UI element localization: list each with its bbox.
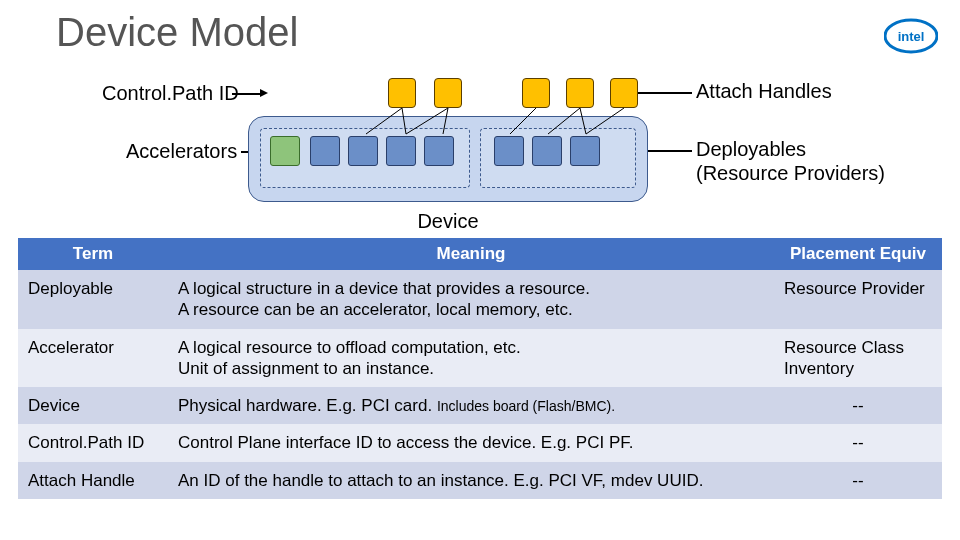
table-row: DeployableA logical structure in a devic… <box>18 270 942 329</box>
svg-line-7 <box>548 108 580 134</box>
device-diagram <box>248 74 648 204</box>
table-row: DevicePhysical hardware. E.g. PCI card. … <box>18 387 942 424</box>
connector-lines <box>248 74 648 204</box>
cell-meaning: An ID of the handle to attach to an inst… <box>168 462 774 499</box>
cell-placement: -- <box>774 424 942 461</box>
cell-placement: Resource Provider <box>774 270 942 329</box>
svg-line-6 <box>510 108 536 134</box>
label-accelerators: Accelerators <box>126 140 237 163</box>
svg-line-8 <box>580 108 586 134</box>
svg-line-2 <box>366 108 402 134</box>
svg-line-9 <box>586 108 624 134</box>
cell-meaning: A logical resource to offload computatio… <box>168 329 774 388</box>
table-row: AcceleratorA logical resource to offload… <box>18 329 942 388</box>
svg-line-4 <box>406 108 448 134</box>
cell-meaning: A logical structure in a device that pro… <box>168 270 774 329</box>
cell-term: Accelerator <box>18 329 168 388</box>
svg-line-5 <box>443 108 448 134</box>
svg-text:intel: intel <box>898 29 925 44</box>
cell-term: Deployable <box>18 270 168 329</box>
intel-logo: intel <box>884 18 938 54</box>
cell-placement: -- <box>774 462 942 499</box>
table-row: Attach HandleAn ID of the handle to atta… <box>18 462 942 499</box>
label-control-path: Control.Path ID <box>102 82 239 105</box>
label-attach-handles: Attach Handles <box>696 80 832 103</box>
terms-table: Term Meaning Placement Equiv DeployableA… <box>18 238 942 499</box>
label-deployables-2: (Resource Providers) <box>696 162 885 185</box>
table-header-row: Term Meaning Placement Equiv <box>18 238 942 270</box>
col-meaning: Meaning <box>168 238 774 270</box>
col-term: Term <box>18 238 168 270</box>
col-placement: Placement Equiv <box>774 238 942 270</box>
cell-meaning: Control Plane interface ID to access the… <box>168 424 774 461</box>
table-row: Control.Path IDControl Plane interface I… <box>18 424 942 461</box>
cell-term: Device <box>18 387 168 424</box>
svg-line-3 <box>402 108 406 134</box>
cell-placement: -- <box>774 387 942 424</box>
label-deployables-1: Deployables <box>696 138 806 161</box>
page-title: Device Model <box>56 10 298 55</box>
cell-term: Control.Path ID <box>18 424 168 461</box>
cell-term: Attach Handle <box>18 462 168 499</box>
label-device: Device <box>408 210 488 233</box>
cell-meaning: Physical hardware. E.g. PCI card. Includ… <box>168 387 774 424</box>
cell-placement: Resource Class Inventory <box>774 329 942 388</box>
